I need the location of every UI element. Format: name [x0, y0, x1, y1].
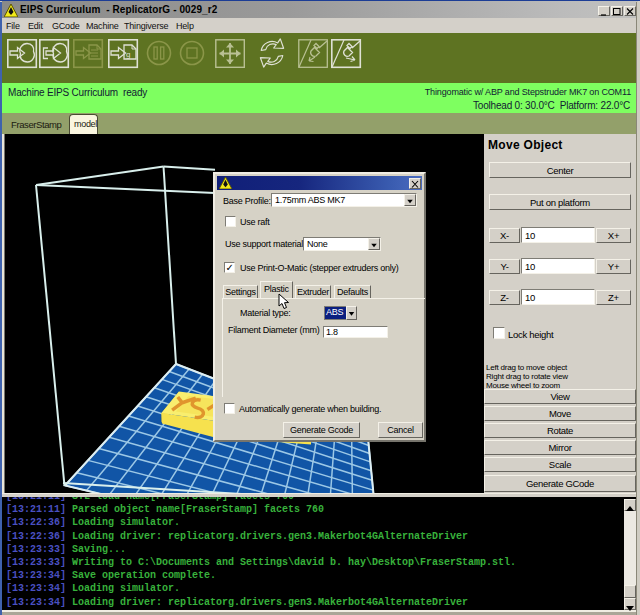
- svg-text:g: g: [126, 50, 130, 59]
